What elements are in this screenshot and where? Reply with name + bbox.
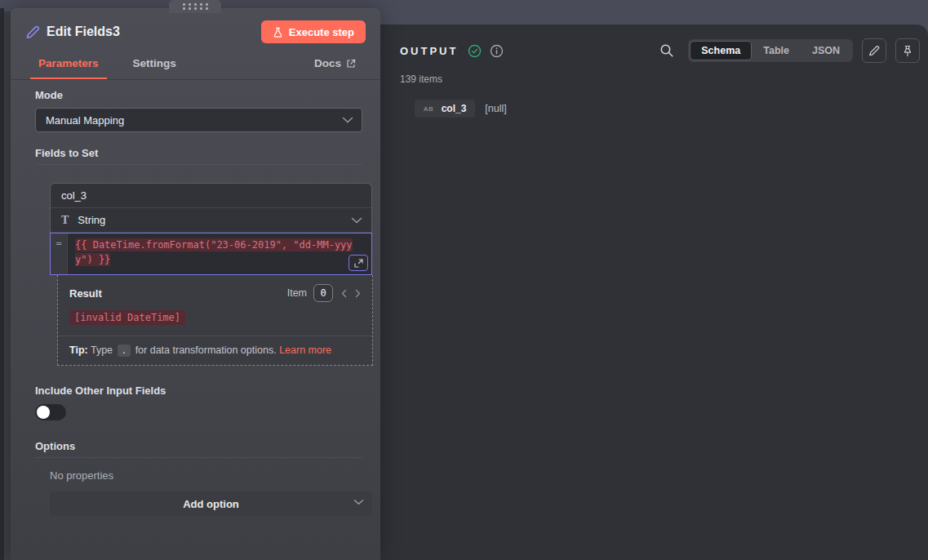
node-settings-panel: Edit Fields3 Execute step Parameters Set… (11, 8, 380, 560)
expression-code[interactable]: {{ DateTime.fromFormat("23-06-2019", "dd… (68, 233, 360, 274)
schema-field-value: [null] (485, 103, 506, 114)
expand-icon (354, 259, 363, 268)
divider (35, 164, 362, 165)
field-item: col_3 T String = {{ DateTime.fromFormat(… (50, 183, 372, 275)
string-type-badge: AB (424, 105, 434, 113)
mode-select[interactable]: Manual Mapping (35, 108, 362, 132)
input-panel-edge-inner (4, 11, 11, 560)
pin-icon (902, 45, 913, 57)
flask-icon (273, 27, 283, 38)
view-tab-schema[interactable]: Schema (690, 41, 752, 60)
rename-pen-icon (25, 24, 40, 39)
external-link-icon (346, 59, 356, 69)
pin-data-button[interactable] (895, 38, 920, 63)
output-items-count: 139 items (400, 73, 928, 85)
field-name-input[interactable]: col_3 (51, 184, 371, 208)
options-label: Options (35, 440, 362, 452)
learn-more-link[interactable]: Learn more (279, 344, 331, 356)
no-properties-text: No properties (50, 469, 362, 482)
expression-equals-gutter: = (51, 233, 68, 274)
schema-row: AB col_3 [null] (415, 100, 928, 118)
add-option-button[interactable]: Add option (50, 491, 372, 516)
expression-preview: Result Item 0 [invalid DateTime] Tip: Ty… (57, 275, 373, 366)
output-title: OUTPUT (400, 45, 458, 57)
docs-link[interactable]: Docs (314, 57, 356, 79)
item-index-input[interactable]: 0 (313, 284, 333, 302)
chevron-down-icon (351, 217, 362, 224)
view-tab-table[interactable]: Table (752, 41, 801, 60)
result-label: Result (69, 287, 102, 300)
include-other-fields-label: Include Other Input Fields (35, 384, 362, 397)
result-value: [invalid DateTime] (69, 310, 185, 325)
field-type-select[interactable]: T String (51, 208, 371, 233)
mode-value: Manual Mapping (46, 114, 124, 127)
tab-settings[interactable]: Settings (130, 57, 180, 79)
output-view-switcher: Schema Table JSON (688, 39, 853, 62)
pencil-icon (868, 45, 880, 56)
include-other-fields-toggle[interactable] (35, 404, 66, 420)
divider (35, 457, 362, 458)
tab-parameters[interactable]: Parameters (35, 57, 102, 79)
toggle-knob (37, 406, 50, 419)
mode-label: Mode (35, 89, 362, 101)
chevron-down-icon (342, 117, 353, 123)
schema-field-pill[interactable]: AB col_3 (415, 100, 475, 118)
drag-handle-dots (183, 3, 208, 10)
expand-expression-button[interactable] (349, 255, 368, 271)
schema-field-name: col_3 (442, 103, 467, 114)
success-check-icon (468, 44, 482, 58)
item-label: Item (287, 287, 307, 299)
panel-drag-handle[interactable] (169, 0, 221, 13)
dot-key-icon: . (118, 344, 131, 357)
previous-item-button[interactable] (341, 289, 347, 298)
info-icon[interactable] (490, 44, 504, 58)
expression-editor[interactable]: = {{ DateTime.fromFormat("23-06-2019", "… (50, 233, 372, 275)
text-type-icon: T (61, 214, 69, 227)
fields-to-set-label: Fields to Set (35, 147, 362, 159)
expression-tip: Tip: Type . for data transformation opti… (58, 336, 372, 365)
view-tab-json[interactable]: JSON (801, 41, 851, 60)
edit-output-button[interactable] (862, 38, 886, 63)
output-panel: OUTPUT (380, 24, 928, 560)
node-title[interactable]: Edit Fields3 (47, 24, 120, 39)
search-icon[interactable] (659, 43, 674, 58)
node-header: Edit Fields3 Execute step Parameters Set… (11, 8, 380, 80)
chevron-down-icon (353, 499, 364, 505)
execute-step-button[interactable]: Execute step (261, 20, 366, 43)
next-item-button[interactable] (355, 289, 361, 298)
